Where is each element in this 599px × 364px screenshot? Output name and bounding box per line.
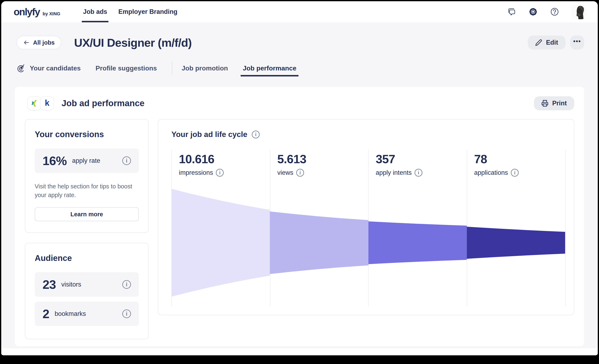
visitors-info-icon[interactable]: i	[122, 280, 131, 289]
audience-panel: Audience 23 visitors i 2 bookmarks i	[25, 243, 149, 339]
impressions-value: 10.616	[179, 152, 270, 166]
settings-gear-icon[interactable]	[528, 7, 538, 17]
apply-rate-stat: 16% apply rate i	[35, 149, 139, 173]
kununu-logo-badge: k	[40, 96, 54, 110]
apply-intents-info-icon[interactable]: i	[414, 169, 423, 177]
top-nav: onlyfy by XING Job ads Employer Branding	[1, 1, 598, 22]
tab-job-promotion[interactable]: Job promotion	[182, 60, 228, 76]
apply-rate-label: apply rate	[72, 157, 100, 164]
messages-icon[interactable]	[507, 7, 516, 17]
life-cycle-panel: Your job ad life cycle i 10.616 impressi…	[158, 119, 574, 315]
views-value: 5.613	[277, 152, 369, 166]
nav-tabs: Job ads Employer Branding	[83, 1, 188, 22]
print-button[interactable]: Print	[534, 96, 574, 110]
arrow-left-icon	[23, 39, 30, 46]
funnel-segment-impressions	[171, 189, 270, 297]
xing-icon	[30, 99, 38, 107]
logo-by-xing: by XING	[43, 11, 60, 17]
chart-info-icon[interactable]: i	[252, 131, 260, 138]
bookmarks-stat: 2 bookmarks i	[35, 302, 139, 326]
performance-card-body: Your conversions 16% apply rate i Visit …	[25, 119, 574, 339]
pencil-icon	[535, 39, 542, 46]
funnel-segment-applications	[467, 227, 565, 259]
tab-label: Your candidates	[30, 64, 81, 72]
funnel-chart: 10.616 impressions i 5.613 views	[171, 150, 565, 307]
bookmarks-label: bookmarks	[54, 310, 86, 318]
funnel-segment-apply-intents	[368, 221, 467, 264]
performance-card-title: Job ad performance	[62, 98, 144, 108]
apply-rate-value: 16%	[43, 154, 67, 168]
conversions-title: Your conversions	[35, 130, 139, 139]
onlyfy-logo[interactable]: onlyfy by XING	[14, 6, 60, 18]
active-tab-underline	[82, 21, 108, 22]
help-icon[interactable]	[550, 7, 559, 17]
apply-intents-value: 357	[376, 152, 467, 166]
print-button-label: Print	[552, 100, 567, 107]
kununu-k-letter: k	[45, 98, 49, 108]
performance-card-header: k Job ad performance Print	[25, 96, 574, 110]
platform-badges: k	[27, 96, 54, 110]
applications-info-icon[interactable]: i	[511, 169, 519, 177]
app-window: onlyfy by XING Job ads Employer Branding	[1, 1, 598, 355]
logo-wordmark: onlyfy	[14, 6, 40, 18]
xing-logo-badge	[27, 96, 41, 110]
visitors-label: visitors	[61, 281, 81, 288]
page-header: All jobs UX/UI Designer (m/f/d) Edit •••	[1, 22, 598, 50]
chart-title-row: Your job ad life cycle i	[171, 130, 565, 139]
nav-tab-employer-branding[interactable]: Employer Branding	[118, 1, 178, 22]
edit-button-label: Edit	[546, 39, 558, 46]
funnel-shape	[171, 187, 565, 298]
more-options-button[interactable]: •••	[570, 36, 584, 50]
tabs-divider	[172, 61, 172, 75]
printer-icon	[541, 100, 548, 107]
active-tab-underline	[241, 75, 299, 76]
tab-label: Job promotion	[182, 64, 228, 72]
tab-profile-suggestions[interactable]: Profile suggestions	[96, 60, 157, 76]
conversions-help-text: Visit the help section for tips to boost…	[35, 182, 134, 199]
impressions-info-icon[interactable]: i	[216, 169, 224, 177]
views-info-icon[interactable]: i	[296, 169, 304, 177]
nav-actions	[507, 4, 586, 19]
views-label: views	[277, 169, 293, 177]
conversions-panel: Your conversions 16% apply rate i Visit …	[25, 119, 149, 233]
audience-title: Audience	[35, 253, 139, 263]
nav-tab-job-ads[interactable]: Job ads	[83, 1, 108, 22]
back-button-label: All jobs	[33, 39, 55, 46]
apply-rate-info-icon[interactable]: i	[122, 156, 131, 165]
applications-label: applications	[474, 169, 508, 177]
bookmarks-info-icon[interactable]: i	[122, 310, 131, 318]
nav-tab-label: Job ads	[83, 8, 107, 16]
tab-label: Job performance	[243, 64, 296, 72]
visitors-value: 23	[43, 277, 56, 292]
target-icon	[17, 63, 26, 73]
tab-label: Profile suggestions	[96, 64, 157, 72]
job-detail-tabs: Your candidates Profile suggestions Job …	[17, 60, 598, 76]
nav-tab-label: Employer Branding	[118, 8, 177, 16]
all-jobs-back-button[interactable]: All jobs	[17, 36, 61, 49]
visitors-stat: 23 visitors i	[35, 272, 139, 297]
learn-more-button[interactable]: Learn more	[35, 207, 139, 221]
tab-job-performance[interactable]: Job performance	[243, 60, 296, 76]
job-ad-performance-card: k Job ad performance Print	[15, 87, 584, 346]
funnel-segment-views	[270, 212, 368, 274]
impressions-label: impressions	[179, 169, 213, 177]
left-column: Your conversions 16% apply rate i Visit …	[25, 119, 149, 339]
tab-your-candidates[interactable]: Your candidates	[17, 60, 81, 76]
bookmarks-value: 2	[43, 307, 49, 321]
avatar[interactable]	[571, 4, 586, 19]
content-area: All jobs UX/UI Designer (m/f/d) Edit •••…	[1, 22, 598, 348]
chart-title: Your job ad life cycle	[171, 130, 247, 139]
apply-intents-label: apply intents	[376, 169, 412, 177]
edit-button[interactable]: Edit	[528, 36, 565, 50]
page-title: UX/UI Designer (m/f/d)	[74, 36, 192, 49]
applications-value: 78	[474, 152, 565, 166]
